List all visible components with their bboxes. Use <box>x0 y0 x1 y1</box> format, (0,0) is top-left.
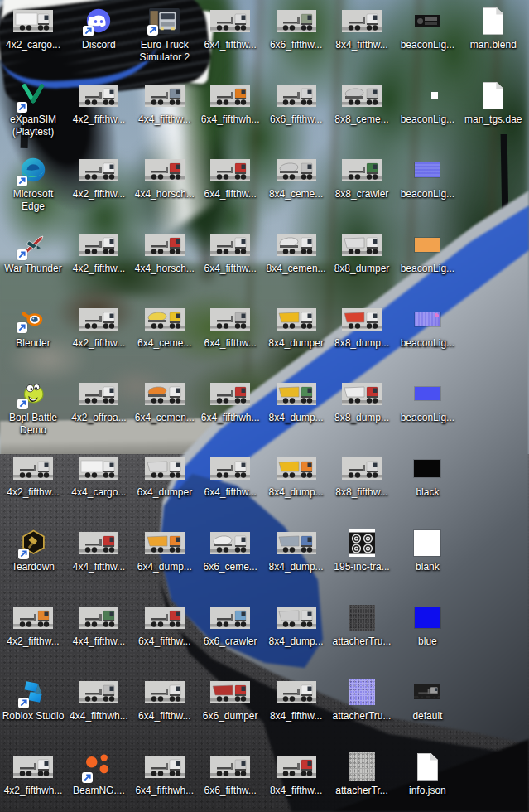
desktop-icon-6x4-fifthw[interactable]: 6x4_fifthw... <box>197 302 263 350</box>
icon-art <box>0 3 66 38</box>
desktop-icon-teardown[interactable]: Teardown <box>0 525 66 573</box>
desktop-icon-4x2-cargo[interactable]: 4x2_cargo... <box>0 3 66 51</box>
desktop-icon-6x4-fifthw[interactable]: 6x4_fifthw... <box>132 674 198 723</box>
desktop-icon-beaconlig[interactable]: beaconLig... <box>394 152 460 201</box>
desktop-icon-4x4-horsch[interactable]: 4x4_horsch... <box>132 227 198 275</box>
desktop-icon-6x6-crawler[interactable]: 6x6_crawler <box>197 600 263 648</box>
desktop-icon-info-json[interactable]: info.json <box>394 749 460 797</box>
desktop-icon-war-thunder[interactable]: War Thunder <box>0 227 66 275</box>
desktop-icon-8x4-dump[interactable]: 8x4_dump... <box>263 376 329 424</box>
desktop-icon-6x4-fifthwh[interactable]: 6x4_fifthwh... <box>197 78 263 126</box>
truck-thumbnail-icon <box>13 756 53 778</box>
desktop-icon-attachertru[interactable]: attacherTru... <box>329 600 395 648</box>
desktop-icon-6x4-cemen[interactable]: 6x4_cemen... <box>132 376 198 424</box>
shortcut-arrow-badge <box>17 322 27 333</box>
desktop-icon-8x4-fifthw[interactable]: 8x4_fifthw... <box>263 749 329 797</box>
desktop-icon-8x8-crawler[interactable]: 8x8_crawler <box>329 152 395 201</box>
desktop-icon-4x4-fifthw[interactable]: 4x4_fifthw... <box>65 525 132 573</box>
icon-label: beaconLig... <box>394 263 460 275</box>
desktop-icon-beaconlig[interactable]: beaconLig... <box>394 3 460 51</box>
desktop-icon-roblox-studio[interactable]: Roblox Studio <box>0 674 66 723</box>
desktop-icon-4x2-fifthw[interactable]: 4x2_fifthw... <box>65 152 132 201</box>
desktop-icon-beaconlig[interactable]: beaconLig... <box>394 302 460 350</box>
icon-art <box>329 227 395 262</box>
desktop-icon-4x2-fifthwh[interactable]: 4x2_fifthwh... <box>0 749 66 797</box>
app-icon-teardown <box>20 528 47 558</box>
desktop-icon-6x4-dump[interactable]: 6x4_dump... <box>132 525 198 573</box>
desktop-icon-6x4-fifthw[interactable]: 6x4_fifthw... <box>132 600 198 648</box>
desktop-icon-beaconlig[interactable]: beaconLig... <box>394 227 460 275</box>
icon-label: 4x2_fifthw... <box>0 486 66 499</box>
desktop-icon-4x4-horsch[interactable]: 4x4_horsch... <box>132 152 198 201</box>
desktop-icon-8x4-fifthw[interactable]: 8x4_fifthw... <box>263 674 329 723</box>
desktop-icon-6x4-fifthw[interactable]: 6x4_fifthw... <box>197 227 263 275</box>
desktop-icon-8x4-cemen[interactable]: 8x4_cemen... <box>263 227 329 275</box>
desktop-icon-blank[interactable]: blank <box>394 525 460 573</box>
desktop-icon-man-tgs-dae[interactable]: man_tgs.dae <box>460 78 527 126</box>
desktop-icon-6x6-fifthw[interactable]: 6x6_fifthw... <box>263 3 329 51</box>
desktop-icon-6x4-fifthw[interactable]: 6x4_fifthw... <box>197 3 263 51</box>
desktop-icon-attachertru[interactable]: attacherTru... <box>329 674 395 723</box>
desktop-icon-8x4-ceme[interactable]: 8x4_ceme... <box>263 152 329 201</box>
desktop-icon-6x6-fifthw[interactable]: 6x6_fifthw... <box>263 78 329 126</box>
icon-label: 8x4_fifthw... <box>263 785 329 797</box>
desktop-icon-8x4-fifthw[interactable]: 8x4_fifthw... <box>329 3 395 51</box>
desktop-icon-4x4-fifthwh[interactable]: 4x4_fifthwh... <box>65 674 132 723</box>
desktop-icon-beaconlig[interactable]: beaconLig... <box>394 78 460 126</box>
desktop-icon-8x8-dump[interactable]: 8x8_dump... <box>329 302 395 350</box>
desktop-icon-4x2-fifthw[interactable]: 4x2_fifthw... <box>65 227 132 275</box>
desktop-icon-beamng[interactable]: BeamNG.... <box>65 749 132 797</box>
icon-art <box>263 525 329 560</box>
desktop-icon-8x4-dumper[interactable]: 8x4_dumper <box>263 302 329 350</box>
desktop-icon-6x4-fifthwh[interactable]: 6x4_fifthwh... <box>132 749 198 797</box>
desktop-icon-expansim-playtest[interactable]: eXpanSIM (Playtest) <box>0 78 66 138</box>
truck-thumbnail-icon <box>79 457 118 480</box>
desktop-icon-6x6-dumper[interactable]: 6x6_dumper <box>197 674 263 723</box>
desktop-icon-4x2-fifthw[interactable]: 4x2_fifthw... <box>65 302 132 350</box>
desktop-icon-blender[interactable]: Blender <box>0 302 66 350</box>
desktop-icon-4x4-cargo[interactable]: 4x4_cargo... <box>65 451 132 499</box>
desktop-icon-default[interactable]: default <box>394 674 460 723</box>
desktop-icon-4x2-fifthw[interactable]: 4x2_fifthw... <box>65 78 132 126</box>
icon-art <box>329 451 395 486</box>
icon-label: 8x4_dump... <box>263 412 329 424</box>
truck-thumbnail-icon <box>277 532 316 554</box>
desktop-icon-6x4-fifthw[interactable]: 6x4_fifthw... <box>197 451 263 499</box>
desktop-icon-4x2-offroa[interactable]: 4x2_offroa... <box>65 376 132 424</box>
desktop-icon-8x4-dump[interactable]: 8x4_dump... <box>263 525 329 573</box>
desktop-icon-6x4-dumper[interactable]: 6x4_dumper <box>132 451 198 499</box>
desktop-icon-6x4-fifthw[interactable]: 6x4_fifthw... <box>197 152 263 201</box>
desktop-icon-6x4-fifthwh[interactable]: 6x4_fifthwh... <box>197 376 263 424</box>
desktop-icon-4x2-fifthw[interactable]: 4x2_fifthw... <box>0 451 66 499</box>
desktop-icon-8x4-dump[interactable]: 8x4_dump... <box>263 451 329 499</box>
desktop-icon-bopl-battle-demo[interactable]: Bopl Battle Demo <box>0 376 66 437</box>
icon-art <box>263 152 329 187</box>
icon-label: Roblox Studio <box>0 710 66 723</box>
truck-thumbnail-icon <box>79 159 118 181</box>
desktop-icon-8x8-ceme[interactable]: 8x8_ceme... <box>329 78 395 126</box>
icon-art <box>0 451 66 486</box>
desktop-icon-6x6-fifthw[interactable]: 6x6_fifthw... <box>197 749 263 797</box>
icon-art <box>65 525 132 560</box>
desktop-icon-discord[interactable]: Discord <box>65 3 132 51</box>
desktop-icon-6x6-ceme[interactable]: 6x6_ceme... <box>197 525 263 573</box>
icon-label: 4x4_cargo... <box>65 486 132 499</box>
desktop-icon-8x4-dump[interactable]: 8x4_dump... <box>263 600 329 648</box>
desktop-icon-blue[interactable]: blue <box>394 600 460 648</box>
desktop-icon-4x4-fifthw[interactable]: 4x4_fifthw... <box>132 78 198 126</box>
desktop-icon-8x8-fifthw[interactable]: 8x8_fifthw... <box>329 451 395 499</box>
desktop-icon-195-inc-tra[interactable]: 195-inc-tra... <box>329 525 395 573</box>
truck-thumbnail-icon <box>79 681 118 703</box>
desktop-icon-black[interactable]: black <box>394 451 460 499</box>
desktop-icon-6x4-ceme[interactable]: 6x4_ceme... <box>132 302 198 350</box>
desktop-icon-man-blend[interactable]: man.blend <box>460 3 527 51</box>
desktop-icon-4x4-fifthw[interactable]: 4x4_fifthw... <box>65 600 132 648</box>
desktop-icon-8x8-dumper[interactable]: 8x8_dumper <box>329 227 395 275</box>
desktop-icon-4x2-fifthw[interactable]: 4x2_fifthw... <box>0 600 66 648</box>
desktop-icon-attachertr[interactable]: attacherTr... <box>329 749 395 797</box>
icon-label: 8x4_fifthw... <box>329 39 395 51</box>
desktop-icon-beaconlig[interactable]: beaconLig... <box>394 376 460 424</box>
desktop-icon-8x8-dump[interactable]: 8x8_dump... <box>329 376 395 424</box>
desktop-icon-microsoft-edge[interactable]: Microsoft Edge <box>0 152 66 213</box>
desktop-icon-euro-truck-simulator-2[interactable]: Euro Truck Simulator 2 <box>132 3 198 64</box>
